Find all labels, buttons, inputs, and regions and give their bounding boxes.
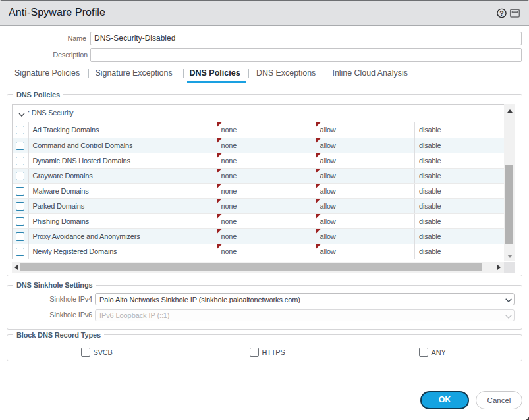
svg-text:?: ? [499, 9, 503, 17]
